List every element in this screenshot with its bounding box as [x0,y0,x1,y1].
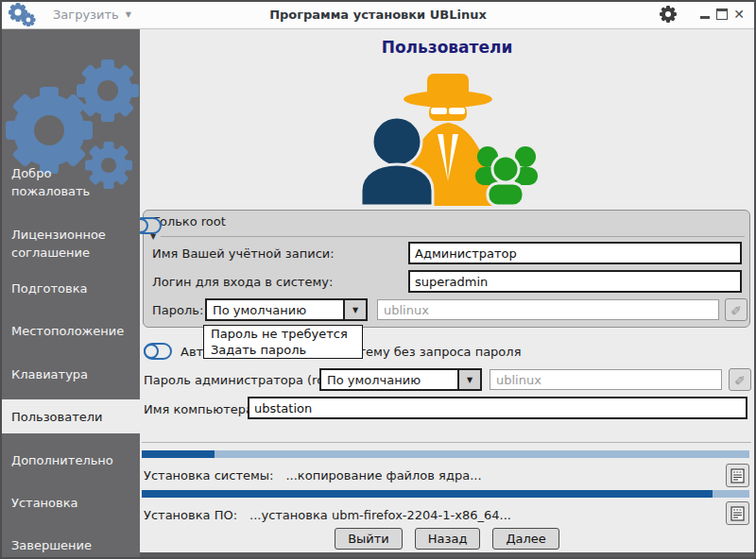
software-install-log-button[interactable] [726,501,749,525]
titlebar: Загрузить ▼ Программа установки UBLinux … [0,0,756,29]
close-icon: ✕ [733,8,745,21]
system-install-log-button[interactable] [726,464,749,487]
app-gears-icon [8,2,36,26]
password-edit-button[interactable]: ✎ [725,298,747,321]
root-password-default-field: ublinux [490,369,722,390]
page-title: Пользователи [140,38,754,57]
password-default-field: ublinux [377,299,719,320]
close-button[interactable]: ✕ [731,6,747,23]
password-mode-dropdown: Пароль не требуется Задать пароль [203,325,363,359]
autologin-toggle[interactable] [144,343,172,360]
sidebar-item-preparation[interactable]: Подготовка [11,280,134,297]
journal-icon [730,468,745,483]
password-mode-select[interactable]: По умолчанию ▼ [205,298,368,321]
system-install-progressbar [142,450,749,458]
main-content: Пользователи [140,28,754,552]
dropdown-option-no-password[interactable]: Пароль не требуется [204,326,362,342]
groupbox-title: Только root [152,214,226,229]
login-input[interactable] [408,270,742,293]
caret-down-icon: ▼ [126,10,131,19]
pencil-icon: ✎ [730,302,742,317]
status-label: Установка ПО: [144,508,237,522]
root-password-mode-select[interactable]: По умолчанию ▼ [319,368,482,391]
root-password-mode-value: По умолчанию [321,370,457,389]
back-button[interactable]: Назад [415,528,481,550]
status-text: ...копирование файлов ядра... [285,468,481,483]
progress-fill [142,450,215,458]
root-password-arrow-button[interactable]: ▼ [457,370,480,389]
divider [142,442,751,443]
account-name-label: Имя Вашей учётной записи: [152,246,335,261]
hostname-input[interactable] [248,397,747,419]
sidebar-item-keyboard[interactable]: Клавиатура [11,365,134,383]
journal-icon [730,506,745,521]
root-password-label: Пароль администратора (root): [144,373,346,387]
sidebar-item-installation[interactable]: Установка [11,494,134,512]
sidebar: Добро пожаловать Лицензионное соглашение… [0,28,140,559]
software-install-progressbar [142,490,749,498]
dropdown-option-set-password[interactable]: Задать пароль [204,342,362,358]
status-text: ...установка ubm-firefox-2204-1-x86_64..… [249,508,511,522]
sidebar-item-location[interactable]: Местоположение [11,322,134,340]
password-label: Пароль: [152,303,203,317]
password-mode-value: По умолчанию [207,300,343,319]
load-menu-button[interactable]: Загрузить ▼ [53,8,131,22]
dropdown-arrow-icon: ▼ [352,306,358,314]
collapse-arrow-icon: ▼ [150,232,156,241]
minimize-icon [700,16,710,19]
settings-gear-icon[interactable] [660,6,677,23]
divider [161,236,745,237]
window-bottom-frame [140,552,756,559]
minimize-button[interactable] [697,6,713,23]
groupbox-collapse[interactable]: ▼ [150,232,745,241]
maximize-button[interactable] [714,6,730,23]
users-illustration-icon [344,64,550,210]
maximize-icon [716,8,728,20]
root-password-edit-button[interactable]: ✎ [729,368,751,391]
load-menu-label: Загрузить [53,8,119,22]
status-label: Установка системы: [144,468,273,483]
sidebar-item-license[interactable]: Лицензионное соглашение [11,226,106,262]
sidebar-item-users[interactable]: Пользователи [0,399,140,433]
sidebar-item-finish[interactable]: Завершение [11,536,134,554]
software-install-status: Установка ПО: ...установка ubm-firefox-2… [144,508,511,522]
password-mode-arrow-button[interactable]: ▼ [343,300,366,319]
quit-button[interactable]: Выйти [335,528,403,550]
root-only-groupbox: Только root ▼ Имя Вашей учётной записи: … [143,210,750,328]
pencil-icon: ✎ [734,372,746,387]
navigation-buttons: Выйти Назад Далее [140,528,754,550]
hostname-label: Имя компьютера: [144,402,257,416]
system-install-status: Установка системы: ...копирование файлов… [144,468,482,483]
account-name-input[interactable] [408,242,742,264]
progress-fill [142,490,713,498]
dropdown-arrow-icon: ▼ [467,376,472,384]
next-button[interactable]: Далее [492,528,558,550]
sidebar-item-additional[interactable]: Дополнительно [11,451,134,469]
sidebar-item-welcome[interactable]: Добро пожаловать [11,164,106,200]
login-label: Логин для входа в систему: [152,275,333,289]
